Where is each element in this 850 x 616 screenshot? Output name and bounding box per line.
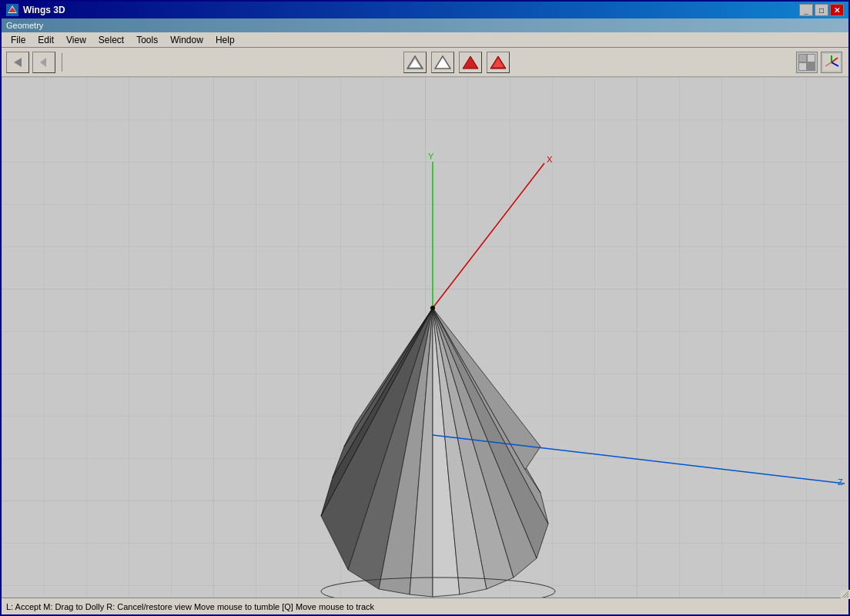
geometry-label: Geometry: [6, 21, 43, 30]
menu-tools[interactable]: Tools: [130, 33, 164, 47]
menu-help[interactable]: Help: [209, 33, 241, 47]
face-mode-button[interactable]: [459, 52, 482, 73]
svg-text:Y: Y: [428, 152, 434, 161]
svg-text:X: X: [547, 155, 553, 164]
menu-edit[interactable]: Edit: [32, 33, 60, 47]
svg-marker-3: [14, 58, 22, 67]
minimize-button[interactable]: _: [799, 4, 813, 16]
svg-marker-4: [40, 58, 46, 67]
edge-mode-button[interactable]: [431, 52, 454, 73]
body-mode-button[interactable]: [487, 52, 510, 73]
prev-button[interactable]: [6, 52, 29, 73]
viewport[interactable]: Y X Z: [2, 77, 848, 598]
menu-file[interactable]: File: [5, 33, 32, 47]
svg-rect-13: [808, 55, 815, 62]
svg-rect-12: [799, 55, 806, 62]
svg-rect-14: [799, 63, 806, 70]
axes-icon-button[interactable]: [821, 52, 842, 73]
svg-marker-7: [435, 56, 450, 69]
menu-bar: File Edit View Select Tools Window Help: [2, 32, 848, 48]
toolbar-separator-1: [62, 53, 62, 72]
svg-text:Z: Z: [838, 477, 843, 487]
sub-title-bar: Geometry: [2, 18, 848, 32]
title-bar: Wings 3D _ □ ✕: [2, 2, 848, 18]
menu-select[interactable]: Select: [92, 33, 130, 47]
resize-handle[interactable]: [841, 590, 850, 599]
svg-point-46: [430, 306, 435, 310]
wings-logo-icon: [6, 4, 18, 16]
render-icon-button[interactable]: [796, 52, 818, 73]
mode-buttons: [69, 52, 844, 73]
svg-marker-8: [463, 56, 478, 69]
menu-window[interactable]: Window: [164, 33, 209, 47]
app-title: Wings 3D: [23, 5, 799, 15]
viewport-grid: Y X Z: [2, 77, 848, 598]
vertex-mode-button[interactable]: [403, 52, 427, 73]
svg-rect-15: [808, 63, 815, 70]
window-controls: _ □ ✕: [799, 4, 844, 16]
menu-view[interactable]: View: [60, 33, 92, 47]
maximize-button[interactable]: □: [815, 4, 828, 16]
toolbar: [2, 48, 848, 77]
status-bar: L: Accept M: Drag to Dolly R: Cancel/res…: [2, 598, 848, 614]
toolbar-right: [796, 52, 842, 73]
close-button[interactable]: ✕: [830, 4, 844, 16]
back-button[interactable]: [32, 52, 55, 73]
status-text: L: Accept M: Drag to Dolly R: Cancel/res…: [6, 602, 374, 611]
